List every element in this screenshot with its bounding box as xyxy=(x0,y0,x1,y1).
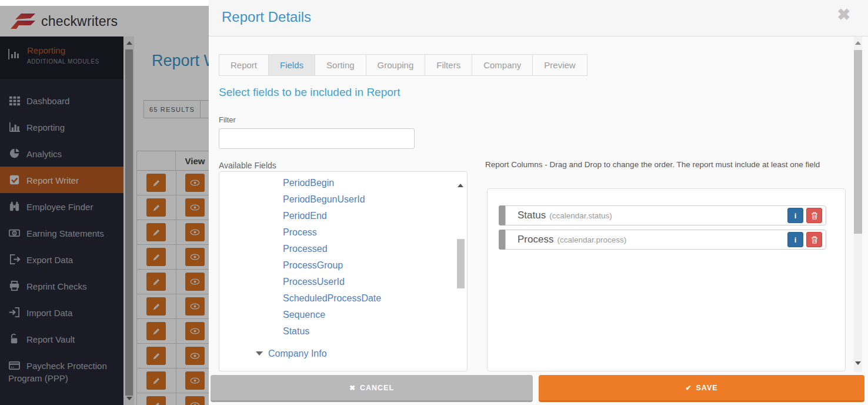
save-button[interactable]: ✔ SAVE xyxy=(539,375,864,402)
field-item-sequence[interactable]: Sequence xyxy=(219,307,467,323)
modal-tabs: ReportFieldsSortingGroupingFiltersCompan… xyxy=(219,54,587,76)
report-column-row-process[interactable]: Process(ccalendar.process)i xyxy=(499,230,826,250)
field-item-periodend[interactable]: PeriodEnd xyxy=(219,208,467,224)
column-name: Status xyxy=(518,210,546,221)
chevron-down-icon xyxy=(256,351,263,356)
modal-title: Report Details xyxy=(222,9,311,25)
field-item-processgroup[interactable]: ProcessGroup xyxy=(219,257,467,274)
tab-fields[interactable]: Fields xyxy=(268,54,315,76)
fields-scrollbar-thumb[interactable] xyxy=(457,239,465,288)
tab-preview[interactable]: Preview xyxy=(532,54,587,76)
column-delete-button[interactable] xyxy=(806,232,822,247)
column-info-button[interactable]: i xyxy=(787,208,803,223)
report-column-box: Process(ccalendar.process)i xyxy=(505,230,826,250)
report-column-box: Status(ccalendar.status)i xyxy=(505,205,826,225)
tab-grouping[interactable]: Grouping xyxy=(366,54,426,76)
field-item-scheduledprocessdate[interactable]: ScheduledProcessDate xyxy=(219,290,467,307)
modal-body: ReportFieldsSortingGroupingFiltersCompan… xyxy=(209,36,868,405)
modal-backdrop[interactable] xyxy=(0,6,209,405)
column-name: Process xyxy=(518,234,553,245)
trash-icon xyxy=(811,212,818,220)
report-column-row-status[interactable]: Status(ccalendar.status)i xyxy=(499,205,826,225)
report-columns-hint: Report Columns - Drag and Drop to change… xyxy=(485,158,843,171)
filter-input[interactable] xyxy=(219,128,415,149)
modal-scrollbar-thumb[interactable] xyxy=(854,50,862,234)
available-fields-list: PeriodBeginPeriodBegunUserIdPeriodEndPro… xyxy=(219,172,467,362)
cancel-button[interactable]: ✖ CANCEL xyxy=(211,375,533,402)
report-details-modal: Report Details ✖ ReportFieldsSortingGrou… xyxy=(209,0,868,405)
close-icon[interactable]: ✖ xyxy=(837,7,850,23)
available-fields-label: Available Fields xyxy=(219,161,276,170)
field-item-processed[interactable]: Processed xyxy=(219,241,467,257)
scroll-up-icon[interactable] xyxy=(458,184,463,187)
fields-section-heading: Select fields to be included in Report xyxy=(219,86,400,99)
save-button-label: SAVE xyxy=(696,384,717,392)
screen: checkwriters Reporting ADDITIONAL MODULE… xyxy=(0,0,868,405)
x-icon: ✖ xyxy=(349,384,356,392)
tab-company[interactable]: Company xyxy=(472,54,533,76)
available-fields-listbox: PeriodBeginPeriodBegunUserIdPeriodEndPro… xyxy=(219,171,468,371)
report-columns-panel: Status(ccalendar.status)iProcess(ccalend… xyxy=(487,188,846,371)
tab-sorting[interactable]: Sorting xyxy=(315,54,366,76)
filter-label: Filter xyxy=(219,115,236,124)
column-source: (ccalendar.process) xyxy=(557,235,626,244)
drag-handle[interactable] xyxy=(499,205,505,225)
fields-scrollbar[interactable] xyxy=(456,173,466,370)
scroll-up-icon[interactable] xyxy=(855,41,861,45)
field-item-status[interactable]: Status xyxy=(219,323,467,340)
field-item-periodbegunuserid[interactable]: PeriodBegunUserId xyxy=(219,191,467,208)
field-item-processuserid[interactable]: ProcessUserId xyxy=(219,274,467,290)
trash-icon xyxy=(811,236,818,244)
field-item-process[interactable]: Process xyxy=(219,224,467,241)
column-source: (ccalendar.status) xyxy=(549,211,612,220)
scroll-down-icon[interactable] xyxy=(855,361,861,365)
field-group-label: Company Info xyxy=(268,348,327,358)
modal-scrollbar[interactable] xyxy=(854,36,862,372)
tab-report[interactable]: Report xyxy=(219,54,269,76)
field-group-company-info[interactable]: Company Info xyxy=(219,346,467,362)
tab-filters[interactable]: Filters xyxy=(425,54,472,76)
column-info-button[interactable]: i xyxy=(787,232,803,247)
drag-handle[interactable] xyxy=(499,230,505,250)
column-delete-button[interactable] xyxy=(806,208,822,223)
cancel-button-label: CANCEL xyxy=(360,384,394,392)
field-item-periodbegin[interactable]: PeriodBegin xyxy=(219,175,467,191)
check-icon: ✔ xyxy=(685,384,692,392)
modal-header: Report Details ✖ xyxy=(209,0,868,36)
